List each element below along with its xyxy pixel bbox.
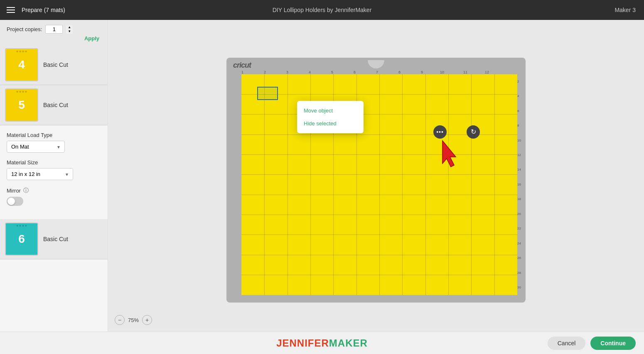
header-center-title: DIY Lollipop Holders by JenniferMaker <box>273 7 372 13</box>
zoom-in-button[interactable]: + <box>142 315 152 325</box>
zoom-controls: − 75% + <box>115 315 152 325</box>
mat-top-handle <box>368 60 384 68</box>
ruler-top-6: 6 <box>354 70 356 74</box>
copies-down-arrow[interactable]: ▼ <box>66 29 73 34</box>
mat-thumbnail-6: 6 <box>5 222 38 256</box>
bottom-bar: JENNIFERMAKER Cancel Continue <box>0 332 644 354</box>
copies-input[interactable] <box>46 25 62 33</box>
header: Prepare (7 mats) DIY Lollipop Holders by… <box>0 0 644 20</box>
header-right-label: Maker 3 <box>615 7 636 13</box>
svg-marker-0 <box>442 141 456 167</box>
header-title: Prepare (7 mats) <box>22 7 65 13</box>
context-menu-hide-selected[interactable]: Hide selected <box>297 117 364 130</box>
copies-arrows: ▲ ▼ <box>66 25 73 34</box>
mat-label-6: Basic Cut <box>43 236 68 242</box>
copies-input-wrapper <box>45 25 63 34</box>
jennifermaker-logo: JENNIFERMAKER <box>276 337 368 349</box>
ruler-right-2: 2 <box>517 80 525 83</box>
menu-icon[interactable] <box>7 7 15 13</box>
apply-button[interactable]: Apply <box>83 35 101 42</box>
canvas-container[interactable]: cricut 1 2 3 4 5 6 7 8 9 10 11 12 <box>108 20 644 332</box>
material-load-label: Material Load Type <box>7 132 101 138</box>
ruler-top-7: 7 <box>376 70 378 74</box>
copies-up-arrow[interactable]: ▲ <box>66 25 73 29</box>
mat-board: cricut 1 2 3 4 5 6 7 8 9 10 11 12 <box>226 58 526 303</box>
project-copies-label: Project copies: <box>7 26 42 32</box>
three-dots-icon: ••• <box>436 129 444 135</box>
sidebar: Project copies: ▲ ▼ Apply 4 Basic Cut <box>0 20 108 332</box>
mat-item-5[interactable]: 5 Basic Cut <box>0 85 108 125</box>
mirror-toggle-row <box>7 197 101 206</box>
ruler-top-3: 3 <box>286 70 288 74</box>
main-layout: Project copies: ▲ ▼ Apply 4 Basic Cut <box>0 20 644 332</box>
mat-item-4[interactable]: 4 Basic Cut <box>0 45 108 85</box>
ruler-top-12: 12 <box>485 70 489 74</box>
mirror-label-row: Mirror ⓘ <box>7 187 101 194</box>
ruler-top-11: 11 <box>463 70 467 74</box>
mat-thumbnail-5: 5 <box>5 88 38 122</box>
ruler-top-4: 4 <box>309 70 311 74</box>
ruler-right-18: 18 <box>517 197 525 201</box>
ruler-top-5: 5 <box>331 70 333 74</box>
ruler-right-6: 6 <box>517 109 525 113</box>
grid-area[interactable] <box>241 74 517 295</box>
mat-number-6: 6 <box>18 232 25 246</box>
ruler-right-4: 4 <box>517 94 525 98</box>
selected-object[interactable] <box>257 87 278 100</box>
material-size-group: Material Size 12 in x 12 in 12 in x 24 i… <box>7 159 101 180</box>
ruler-top: 1 2 3 4 5 6 7 8 9 10 11 12 <box>241 68 518 74</box>
cutting-mat: cricut 1 2 3 4 5 6 7 8 9 10 11 12 <box>226 58 526 303</box>
ruler-right-10: 10 <box>517 139 525 142</box>
refresh-icon: ↻ <box>471 128 476 136</box>
ruler-top-1: 1 <box>241 70 243 74</box>
cancel-button[interactable]: Cancel <box>548 337 586 350</box>
ruler-right: 2 4 6 8 10 12 14 16 18 20 22 24 26 28 <box>517 74 525 295</box>
material-load-select[interactable]: On Mat Without Mat <box>7 141 65 153</box>
ruler-right-22: 22 <box>517 227 525 230</box>
maker-text: MAKER <box>329 337 368 349</box>
material-size-label: Material Size <box>7 159 101 166</box>
continue-button[interactable]: Continue <box>590 337 636 350</box>
canvas-area: cricut 1 2 3 4 5 6 7 8 9 10 11 12 <box>108 20 644 332</box>
ruler-right-28: 28 <box>517 271 525 275</box>
ruler-top-9: 9 <box>421 70 423 74</box>
zoom-level-label: 75% <box>128 317 139 323</box>
mat-number-4: 4 <box>18 58 25 71</box>
apply-row: Apply <box>0 34 108 45</box>
material-size-select-wrapper: 12 in x 12 in 12 in x 24 in ▼ <box>7 168 73 180</box>
ruler-right-26: 26 <box>517 256 525 260</box>
ruler-right-24: 24 <box>517 242 525 245</box>
project-copies-row: Project copies: ▲ ▼ <box>0 20 108 34</box>
mat-label-4: Basic Cut <box>43 61 68 68</box>
ruler-right-20: 20 <box>517 212 525 216</box>
mat-action-refresh-button[interactable]: ↻ <box>467 125 480 139</box>
context-menu: Move object Hide selected <box>297 101 364 133</box>
ruler-right-14: 14 <box>517 168 525 171</box>
material-size-select[interactable]: 12 in x 12 in 12 in x 24 in <box>7 168 73 180</box>
mat-number-5: 5 <box>18 98 25 112</box>
controls-section: Material Load Type On Mat Without Mat ▼ … <box>0 125 108 219</box>
ruler-right-16: 16 <box>517 183 525 186</box>
mat-label-5: Basic Cut <box>43 102 68 108</box>
mirror-info-icon[interactable]: ⓘ <box>23 187 29 194</box>
material-load-select-wrapper: On Mat Without Mat ▼ <box>7 141 65 153</box>
ruler-right-30: 30 <box>517 286 525 289</box>
grid-lines <box>241 74 517 295</box>
mat-action-dots-button[interactable]: ••• <box>433 125 447 139</box>
red-arrow-cursor <box>438 139 463 172</box>
ruler-top-10: 10 <box>440 70 444 74</box>
ruler-right-8: 8 <box>517 124 525 127</box>
toggle-knob <box>7 198 15 205</box>
ruler-top-2: 2 <box>264 70 266 74</box>
bottom-buttons: Cancel Continue <box>548 337 636 350</box>
mat-thumbnail-4: 4 <box>5 48 38 81</box>
context-menu-move-object[interactable]: Move object <box>297 104 364 117</box>
material-load-group: Material Load Type On Mat Without Mat ▼ <box>7 132 101 153</box>
mat-item-6[interactable]: 6 Basic Cut <box>0 219 108 259</box>
ruler-right-12: 12 <box>517 153 525 157</box>
jennifer-text: JENNIFER <box>276 337 329 349</box>
mirror-toggle[interactable] <box>7 197 23 206</box>
ruler-top-8: 8 <box>398 70 401 74</box>
zoom-out-button[interactable]: − <box>115 315 125 325</box>
mirror-group: Mirror ⓘ <box>7 187 101 206</box>
